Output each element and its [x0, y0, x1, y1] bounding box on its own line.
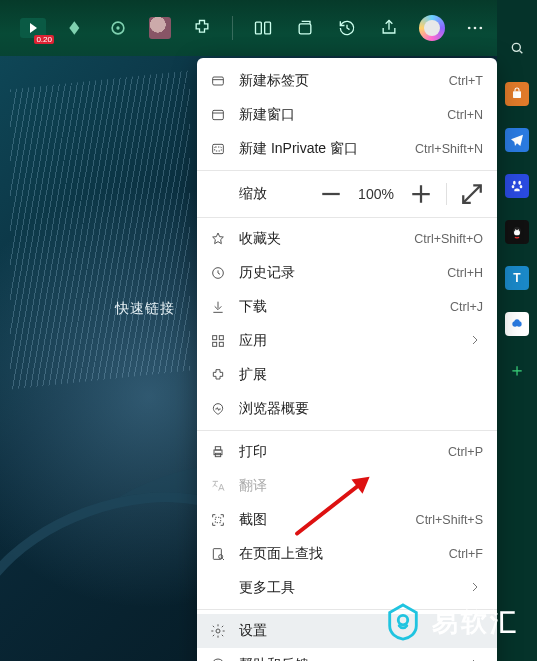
menu-label: 更多工具	[239, 579, 455, 597]
menu-shortcut: Ctrl+T	[449, 74, 483, 88]
menu-new-window[interactable]: 新建窗口 Ctrl+N	[197, 98, 497, 132]
menu-settings[interactable]: 设置	[197, 614, 497, 648]
chevron-right-icon	[467, 579, 483, 598]
svg-point-11	[513, 181, 516, 185]
svg-rect-28	[219, 336, 223, 340]
svg-point-36	[219, 555, 223, 559]
svg-point-16	[514, 230, 520, 235]
menu-extensions[interactable]: 扩展	[197, 358, 497, 392]
svg-point-13	[512, 185, 515, 188]
translate-icon	[209, 477, 227, 495]
svg-rect-34	[215, 517, 220, 522]
browser-toolbar: 0.20	[0, 0, 537, 56]
svg-rect-27	[213, 336, 217, 340]
svg-point-1	[116, 26, 119, 29]
menu-browser-essentials[interactable]: 浏览器概要	[197, 392, 497, 426]
menu-label: 新建标签页	[239, 72, 437, 90]
menu-label: 下载	[239, 298, 438, 316]
menu-label: 帮助和反馈	[239, 656, 455, 661]
sidebar-shopping-icon[interactable]	[505, 82, 529, 106]
menu-label: 收藏夹	[239, 230, 402, 248]
zoom-in-button[interactable]	[406, 179, 436, 209]
menu-separator	[197, 170, 497, 171]
menu-screenshot[interactable]: 截图 Ctrl+Shift+S	[197, 503, 497, 537]
svg-rect-25	[215, 147, 222, 151]
menu-help-feedback[interactable]: 帮助和反馈	[197, 648, 497, 661]
settings-and-more-menu: 新建标签页 Ctrl+T 新建窗口 Ctrl+N 新建 InPrivate 窗口…	[197, 58, 497, 661]
menu-history[interactable]: 历史记录 Ctrl+H	[197, 256, 497, 290]
browser-sidebar: T ＋	[497, 0, 537, 661]
menu-more-tools[interactable]: 更多工具	[197, 571, 497, 605]
menu-label: 打印	[239, 443, 436, 461]
menu-label: 新建窗口	[239, 106, 435, 124]
svg-rect-2	[255, 22, 261, 34]
svg-rect-3	[265, 22, 271, 34]
chevron-right-icon	[467, 656, 483, 662]
zoom-divider	[446, 183, 447, 205]
profile-avatar-small[interactable]	[148, 15, 172, 41]
zoom-out-button[interactable]	[316, 179, 346, 209]
menu-separator	[197, 609, 497, 610]
menu-new-tab[interactable]: 新建标签页 Ctrl+T	[197, 64, 497, 98]
menu-new-inprivate[interactable]: 新建 InPrivate 窗口 Ctrl+Shift+N	[197, 132, 497, 166]
menu-label: 翻译	[239, 477, 483, 495]
svg-point-7	[479, 27, 482, 30]
svg-rect-22	[213, 77, 224, 85]
menu-find-on-page[interactable]: 在页面上查找 Ctrl+F	[197, 537, 497, 571]
zoom-label: 缩放	[239, 185, 308, 203]
more-menu-button[interactable]	[463, 15, 487, 41]
media-badge: 0.20	[34, 35, 54, 44]
menu-label: 在页面上查找	[239, 545, 437, 563]
menu-translate: 翻译	[197, 469, 497, 503]
sidebar-app-t-icon[interactable]: T	[505, 266, 529, 290]
menu-label: 截图	[239, 511, 404, 529]
svg-rect-32	[215, 447, 220, 450]
menu-zoom-row: 缩放 100%	[197, 175, 497, 213]
split-screen-icon[interactable]	[251, 15, 275, 41]
svg-point-37	[216, 629, 220, 633]
collections-icon[interactable]	[293, 15, 317, 41]
sidebar-baidu-icon[interactable]	[505, 174, 529, 198]
media-paused-icon[interactable]: 0.20	[20, 15, 46, 41]
svg-rect-29	[213, 342, 217, 346]
fullscreen-button[interactable]	[457, 179, 487, 209]
history-icon	[209, 264, 227, 282]
menu-separator	[197, 430, 497, 431]
extensions-icon[interactable]	[190, 15, 214, 41]
profile-button[interactable]	[419, 15, 445, 41]
menu-label: 设置	[239, 622, 483, 640]
inprivate-icon	[209, 140, 227, 158]
menu-apps[interactable]: 应用	[197, 324, 497, 358]
sidebar-add-icon[interactable]: ＋	[505, 358, 529, 382]
sidebar-search-icon[interactable]	[505, 36, 529, 60]
puzzle-icon	[209, 366, 227, 384]
svg-point-21	[514, 319, 519, 324]
sidebar-telegram-icon[interactable]	[505, 128, 529, 152]
svg-rect-35	[213, 549, 221, 560]
menu-shortcut: Ctrl+N	[447, 108, 483, 122]
svg-rect-30	[219, 342, 223, 346]
menu-print[interactable]: 打印 Ctrl+P	[197, 435, 497, 469]
menu-label: 浏览器概要	[239, 400, 483, 418]
menu-shortcut: Ctrl+Shift+O	[414, 232, 483, 246]
menu-shortcut: Ctrl+H	[447, 266, 483, 280]
pulse-icon	[209, 400, 227, 418]
extension-icon-1[interactable]	[64, 15, 88, 41]
menu-favorites[interactable]: 收藏夹 Ctrl+Shift+O	[197, 222, 497, 256]
zoom-value: 100%	[354, 186, 398, 202]
new-window-icon	[209, 106, 227, 124]
screenshot-icon	[209, 511, 227, 529]
sidebar-qq-icon[interactable]	[505, 220, 529, 244]
extension-icon-2[interactable]	[106, 15, 130, 41]
svg-rect-10	[513, 91, 521, 98]
menu-label: 历史记录	[239, 264, 435, 282]
download-icon	[209, 298, 227, 316]
menu-downloads[interactable]: 下载 Ctrl+J	[197, 290, 497, 324]
svg-rect-4	[299, 24, 311, 34]
history-icon[interactable]	[335, 15, 359, 41]
menu-label: 应用	[239, 332, 455, 350]
menu-label: 新建 InPrivate 窗口	[239, 140, 403, 158]
svg-point-12	[518, 181, 521, 185]
sidebar-cloud-icon[interactable]	[505, 312, 529, 336]
share-icon[interactable]	[377, 15, 401, 41]
